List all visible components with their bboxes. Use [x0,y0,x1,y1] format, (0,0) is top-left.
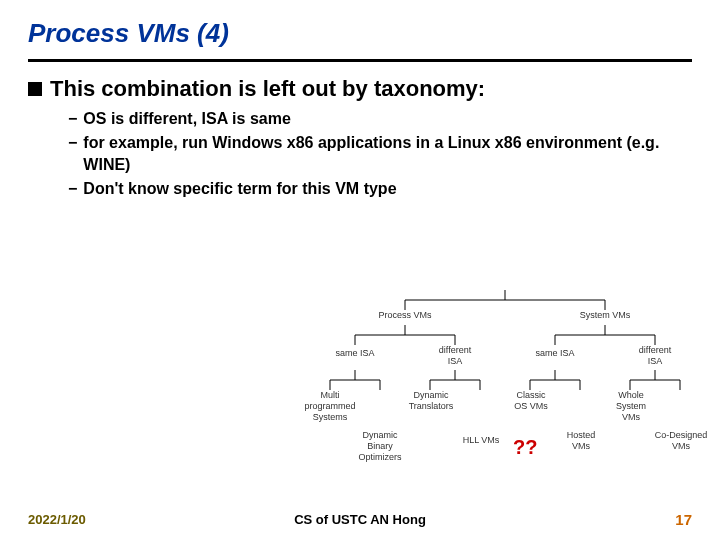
sub-item: − for example, run Windows x86 applicati… [68,132,692,176]
slide-footer: 2022/1/20 CS of USTC AN Hong 17 [0,511,720,528]
diagram-label: Co-Designed VMs [650,430,712,452]
diagram-label: Classic OS VMs [506,390,556,412]
sub-text: for example, run Windows x86 application… [83,132,692,176]
footer-page-number: 17 [675,511,692,528]
diagram-label: Hosted VMs [556,430,606,452]
diagram-label: System VMs [570,310,640,321]
main-bullet-text: This combination is left out by taxonomy… [50,76,485,102]
slide-title: Process VMs (4) [28,18,692,49]
dash-icon: − [68,108,77,130]
square-bullet-icon [28,82,42,96]
diagram-label: Multi programmed Systems [300,390,360,423]
diagram-label: different ISA [430,345,480,367]
footer-center: CS of USTC AN Hong [294,512,426,527]
dash-icon: − [68,178,77,200]
sub-item: − Don't know specific term for this VM t… [68,178,692,200]
diagram-label: Process VMs [370,310,440,321]
title-divider [28,59,692,62]
sub-text: OS is different, ISA is same [83,108,290,130]
sub-bullet-list: − OS is different, ISA is same − for exa… [68,108,692,200]
main-bullet-row: This combination is left out by taxonomy… [28,76,692,102]
diagram-label: same ISA [330,348,380,359]
taxonomy-diagram: Process VMs System VMs same ISA differen… [310,290,700,470]
footer-date: 2022/1/20 [28,512,86,527]
dash-icon: − [68,132,77,154]
sub-text: Don't know specific term for this VM typ… [83,178,396,200]
diagram-label: HLL VMs [456,435,506,446]
question-marks: ?? [513,436,537,459]
diagram-label: same ISA [530,348,580,359]
sub-item: − OS is different, ISA is same [68,108,692,130]
diagram-label: different ISA [630,345,680,367]
diagram-label: Dynamic Translators [404,390,458,412]
diagram-label: Whole System VMs [606,390,656,423]
diagram-label: Dynamic Binary Optimizers [352,430,408,463]
